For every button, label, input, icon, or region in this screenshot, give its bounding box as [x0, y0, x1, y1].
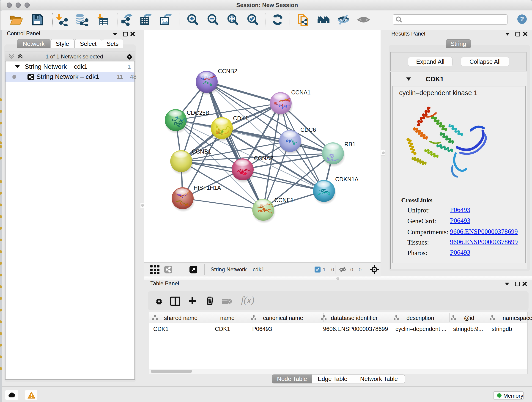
svg-text:CDK1: CDK1: [233, 115, 248, 121]
svg-text:CCNA1: CCNA1: [291, 89, 311, 96]
svg-text:?: ?: [520, 15, 524, 22]
svg-text:CDC6: CDC6: [300, 127, 316, 133]
svg-text:CCNB1: CCNB1: [192, 148, 211, 155]
svg-text:HIST1H1A: HIST1H1A: [194, 185, 221, 191]
svg-text:RB1: RB1: [344, 141, 355, 147]
svg-text:CDC25B: CDC25B: [187, 109, 209, 116]
svg-text:CCNE1: CCNE1: [274, 197, 294, 203]
svg-text:CCNB2: CCNB2: [218, 68, 237, 74]
svg-text:CDKN1A: CDKN1A: [335, 176, 359, 182]
svg-text:CCNA2: CCNA2: [254, 155, 273, 161]
